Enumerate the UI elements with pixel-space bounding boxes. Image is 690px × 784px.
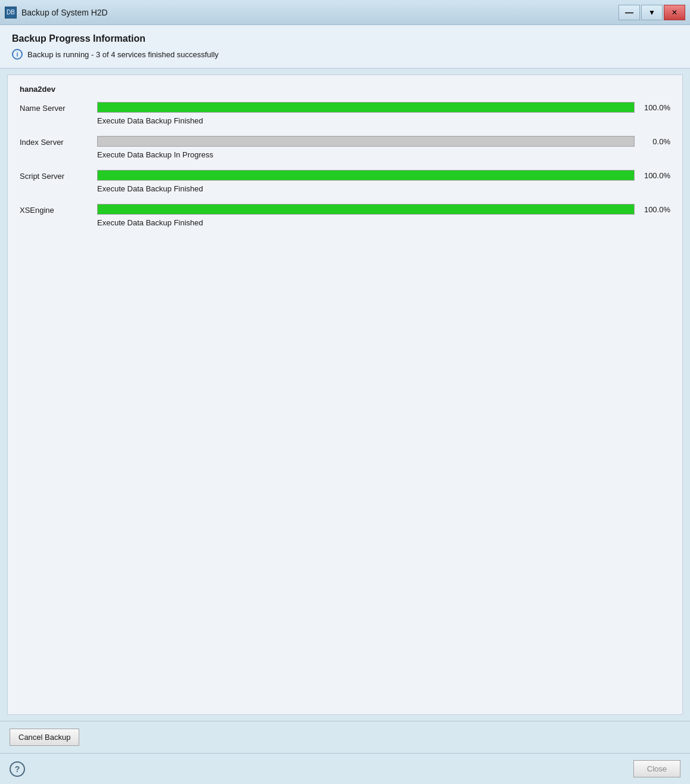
progress-bar-fill	[98, 103, 634, 112]
service-progress-block: 0.0%Execute Data Backup In Progress	[97, 136, 670, 159]
cancel-backup-button[interactable]: Cancel Backup	[10, 729, 79, 746]
help-button[interactable]: ?	[10, 761, 25, 777]
progress-status-text: Execute Data Backup Finished	[97, 184, 670, 193]
progress-line: 100.0%	[97, 170, 670, 181]
progress-status-text: Execute Data Backup Finished	[97, 116, 670, 125]
system-group-title: hana2dev	[20, 85, 670, 94]
status-row: i Backup is running - 3 of 4 services fi…	[12, 49, 678, 60]
progress-line: 100.0%	[97, 102, 670, 113]
progress-bar-fill	[98, 171, 634, 180]
minimize-button[interactable]: —	[618, 5, 640, 20]
services-container: Name Server100.0%Execute Data Backup Fin…	[20, 102, 670, 227]
progress-status-text: Execute Data Backup In Progress	[97, 150, 670, 159]
service-progress-block: 100.0%Execute Data Backup Finished	[97, 204, 670, 227]
title-bar-left: DB Backup of System H2D	[5, 7, 108, 18]
progress-bar-fill	[98, 204, 634, 214]
header-section: Backup Progress Information i Backup is …	[0, 25, 690, 69]
progress-percent: 100.0%	[641, 205, 670, 214]
progress-bar-container	[97, 102, 635, 113]
bottom-section: Cancel Backup	[0, 721, 690, 753]
main-content: Backup Progress Information i Backup is …	[0, 25, 690, 784]
progress-area: hana2dev Name Server100.0%Execute Data B…	[7, 75, 683, 715]
service-progress-block: 100.0%Execute Data Backup Finished	[97, 102, 670, 125]
app-icon: DB	[5, 7, 17, 18]
footer: ? Close	[0, 753, 690, 784]
progress-line: 0.0%	[97, 136, 670, 147]
progress-line: 100.0%	[97, 204, 670, 215]
service-name: Name Server	[20, 102, 97, 113]
service-name: XSEngine	[20, 204, 97, 215]
progress-percent: 0.0%	[641, 137, 670, 146]
progress-status-text: Execute Data Backup Finished	[97, 218, 670, 227]
service-name: Index Server	[20, 136, 97, 147]
title-bar-controls: — ▼ ✕	[618, 5, 685, 20]
progress-bar-container	[97, 204, 635, 215]
close-button[interactable]: Close	[633, 760, 680, 777]
info-icon: i	[12, 49, 23, 60]
service-row: Index Server0.0%Execute Data Backup In P…	[20, 136, 670, 159]
window-title: Backup of System H2D	[21, 8, 108, 17]
maximize-button[interactable]: ▼	[641, 5, 663, 20]
service-row: Script Server100.0%Execute Data Backup F…	[20, 170, 670, 193]
service-progress-block: 100.0%Execute Data Backup Finished	[97, 170, 670, 193]
progress-bar-container	[97, 170, 635, 181]
title-bar: DB Backup of System H2D — ▼ ✕	[0, 0, 690, 25]
service-row: XSEngine100.0%Execute Data Backup Finish…	[20, 204, 670, 227]
status-text: Backup is running - 3 of 4 services fini…	[27, 50, 219, 59]
window-close-button[interactable]: ✕	[664, 5, 685, 20]
progress-percent: 100.0%	[641, 103, 670, 112]
progress-percent: 100.0%	[641, 171, 670, 180]
service-name: Script Server	[20, 170, 97, 181]
app-icon-label: DB	[7, 9, 15, 16]
progress-bar-container	[97, 136, 635, 147]
page-title: Backup Progress Information	[12, 33, 678, 44]
service-row: Name Server100.0%Execute Data Backup Fin…	[20, 102, 670, 125]
